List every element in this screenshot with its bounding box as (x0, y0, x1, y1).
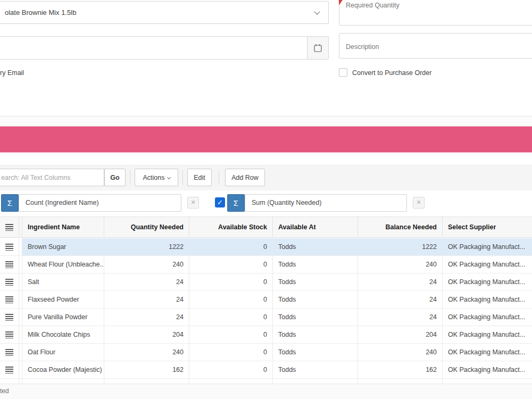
cell-name[interactable]: Pure Vanilla Powder (22, 309, 104, 326)
row-drag-handle[interactable] (0, 291, 19, 309)
table-row[interactable]: Cocoa Powder (Majestic)1620Todds162OK Pa… (0, 361, 532, 379)
cell-supplier[interactable]: OK Packaging Manufact... (443, 256, 532, 273)
cell-qty[interactable] (104, 379, 189, 384)
cell-qty[interactable]: 24 (104, 309, 189, 326)
select-all-handle[interactable] (0, 217, 19, 237)
cell-at[interactable]: Todds (273, 344, 358, 361)
cell-balance[interactable]: 24 (358, 309, 443, 326)
cell-stock[interactable]: 0 (189, 291, 273, 309)
date-input[interactable] (0, 36, 307, 60)
cell-at[interactable]: Todds (273, 273, 358, 291)
table-row[interactable]: Flaxseed Powder240Todds24OK Packaging Ma… (0, 291, 532, 309)
cell-name[interactable]: Wheat Flour (Unbleache... (22, 256, 104, 273)
cell-supplier[interactable]: OK Packaging Manufact... (443, 326, 532, 344)
search-input[interactable] (0, 169, 104, 186)
cell-stock[interactable]: 0 (189, 238, 273, 256)
cell-balance[interactable]: 24 (358, 273, 443, 291)
cell-at[interactable]: Todds (273, 291, 358, 309)
close-icon[interactable]: × (187, 197, 199, 209)
cell-stock[interactable]: 0 (189, 344, 273, 361)
cell-balance[interactable]: 240 (358, 256, 443, 273)
cell-balance[interactable]: 24 (358, 291, 443, 309)
cell-balance[interactable] (358, 379, 443, 384)
row-drag-handle[interactable] (0, 361, 19, 379)
count-aggregate-input[interactable]: Count (Ingredient Name) (19, 194, 181, 212)
row-drag-handle[interactable] (0, 238, 19, 256)
row-drag-handle[interactable] (0, 309, 19, 326)
column-header-ingredient-name[interactable]: Ingredient Name (22, 217, 104, 237)
table-row[interactable]: Wheat Flour (Unbleache...2400Todds240OK … (0, 256, 532, 273)
cell-name[interactable]: Salt (22, 273, 104, 291)
cell-at[interactable]: Todds (273, 326, 358, 344)
cell-name[interactable]: Oat Flour (22, 344, 104, 361)
cell-qty[interactable]: 240 (104, 256, 189, 273)
cell-balance[interactable]: 240 (358, 344, 443, 361)
cell-name[interactable]: Flaxseed Powder (22, 291, 104, 309)
cell-balance[interactable]: 162 (358, 361, 443, 379)
cell-name[interactable]: Brown Sugar (22, 238, 104, 256)
description-field[interactable]: Description (339, 33, 532, 59)
cell-stock[interactable]: 0 (189, 256, 273, 273)
cell-supplier[interactable]: OK Packaging Manufact... (443, 291, 532, 309)
grid-header: Ingredient Name Quantity Needed Availabl… (0, 217, 532, 238)
cell-stock[interactable]: 0 (189, 361, 273, 379)
column-header-quantity-needed[interactable]: Quantity Needed (104, 217, 189, 237)
cell-name[interactable]: Cocoa Powder (Majestic) (22, 361, 104, 379)
cell-stock[interactable]: 0 (189, 309, 273, 326)
convert-to-purchase-order-checkbox[interactable] (339, 68, 347, 77)
cell-balance[interactable]: 1222 (358, 238, 443, 256)
column-header-available-stock[interactable]: Available Stock (189, 217, 273, 237)
cell-at[interactable]: Todds (273, 361, 358, 379)
sum-aggregate-checkbox[interactable]: ✓ (215, 197, 225, 207)
calendar-button[interactable] (307, 36, 329, 60)
cell-qty[interactable]: 1222 (104, 238, 189, 256)
row-drag-handle[interactable] (0, 379, 19, 384)
region-banner (0, 126, 532, 153)
table-row[interactable]: Brown Sugar12220Todds1222OK Packaging Ma… (0, 238, 532, 256)
row-drag-handle[interactable] (0, 273, 19, 291)
cell-at[interactable]: Todds (273, 238, 358, 256)
actions-button[interactable]: Actions (135, 169, 178, 186)
sigma-icon[interactable]: Σ (1, 194, 19, 212)
cell-qty[interactable]: 24 (104, 291, 189, 309)
table-row[interactable]: Pure Vanilla Powder240Todds24OK Packagin… (0, 309, 532, 326)
column-header-available-at[interactable]: Available At (273, 217, 358, 237)
sigma-icon[interactable]: Σ (227, 194, 245, 212)
cell-supplier[interactable]: OK Packaging Manufact... (443, 344, 532, 361)
cell-stock[interactable]: 0 (189, 326, 273, 344)
cell-at[interactable]: Todds (273, 309, 358, 326)
cell-qty[interactable]: 240 (104, 344, 189, 361)
add-row-button[interactable]: Add Row (225, 169, 265, 186)
row-drag-handle[interactable] (0, 326, 19, 344)
column-header-select-supplier[interactable]: Select Supplier (443, 217, 532, 237)
go-button[interactable]: Go (104, 169, 126, 186)
cell-at[interactable]: Todds (273, 256, 358, 273)
cell-supplier[interactable]: OK Packaging Manufact... (443, 309, 532, 326)
required-quantity-label: Required Quantity (346, 2, 400, 9)
row-drag-handle[interactable] (0, 256, 19, 273)
table-row[interactable]: Milk Chocolate Chips2040Todds204OK Packa… (0, 326, 532, 344)
sum-aggregate-input[interactable]: Sum (Quantity Needed) (245, 194, 407, 212)
cell-supplier[interactable]: OK Packaging Manufact... (443, 238, 532, 256)
close-icon[interactable]: × (413, 197, 425, 209)
table-row[interactable] (0, 379, 532, 384)
edit-button[interactable]: Edit (187, 169, 212, 186)
cell-at[interactable] (273, 379, 358, 384)
cell-qty[interactable]: 24 (104, 273, 189, 291)
table-row[interactable]: Oat Flour2400Todds240OK Packaging Manufa… (0, 344, 532, 361)
column-header-balance-needed[interactable]: Balance Needed (358, 217, 443, 237)
cell-stock[interactable] (189, 379, 273, 384)
cell-supplier[interactable]: OK Packaging Manufact... (443, 361, 532, 379)
cell-qty[interactable]: 162 (104, 361, 189, 379)
row-drag-handle[interactable] (0, 344, 19, 361)
table-row[interactable]: Salt240Todds24OK Packaging Manufact... (0, 273, 532, 291)
cell-supplier[interactable]: OK Packaging Manufact... (443, 273, 532, 291)
required-quantity-field[interactable]: Required Quantity (339, 0, 532, 26)
cell-name[interactable] (22, 379, 104, 384)
product-select[interactable]: olate Brownie Mix 1.5lb (0, 1, 329, 24)
cell-balance[interactable]: 204 (358, 326, 443, 344)
cell-qty[interactable]: 204 (104, 326, 189, 344)
cell-supplier[interactable] (443, 379, 532, 384)
cell-stock[interactable]: 0 (189, 273, 273, 291)
cell-name[interactable]: Milk Chocolate Chips (22, 326, 104, 344)
